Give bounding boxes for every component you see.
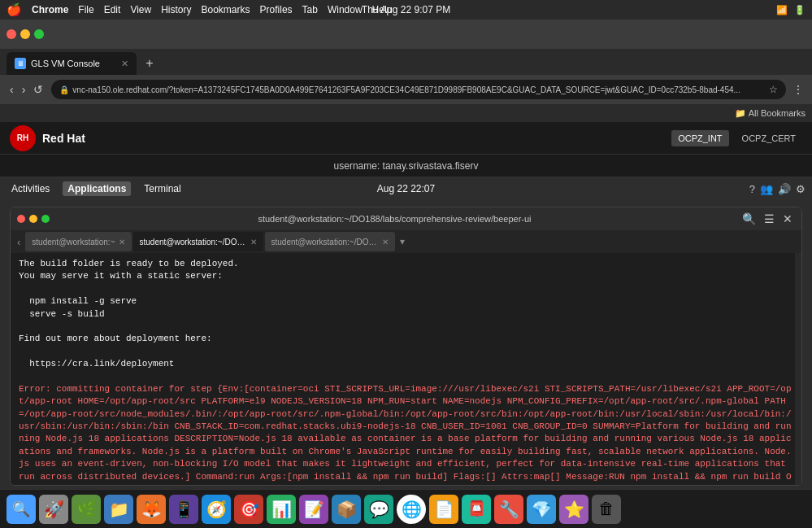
- tab-title-gls: GLS VM Console: [31, 59, 116, 68]
- gnome-settings-icon[interactable]: ⚙: [796, 183, 805, 195]
- terminal-more-tabs[interactable]: ▾: [397, 236, 408, 247]
- terminal-back-button[interactable]: ‹: [14, 236, 24, 248]
- tab-favicon-gls: 🖥: [15, 58, 26, 69]
- minimize-button[interactable]: [20, 29, 30, 39]
- gnome-bar-left: Activities Applications Terminal: [7, 181, 186, 196]
- macos-dock: 🔍 🚀 🌿 📁 🦊 📱 🧭 🎯 📊 📝 📦 💬 🌐 📄 📮 🔧 💎 ⭐ 🗑: [0, 489, 812, 528]
- terminal-scrollbar-track[interactable]: [795, 253, 801, 486]
- menu-tab[interactable]: Tab: [302, 4, 318, 15]
- terminal-maximize-button[interactable]: [41, 215, 50, 223]
- dock-app8[interactable]: 🎯: [234, 495, 263, 524]
- terminal-content[interactable]: The build folder is ready to be deployed…: [11, 253, 801, 486]
- forward-button[interactable]: ›: [19, 81, 29, 98]
- username-bar: username: tanay.srivastava.fiserv: [0, 155, 812, 177]
- close-button[interactable]: [7, 29, 16, 39]
- terminal-title-buttons: 🔍 ☰ ✕: [740, 212, 795, 225]
- maximize-button[interactable]: [34, 29, 44, 39]
- menu-window[interactable]: Window: [328, 4, 363, 15]
- terminal-tab-2-close[interactable]: ✕: [250, 238, 257, 247]
- dock-safari[interactable]: 🧭: [202, 495, 231, 524]
- dock-app17[interactable]: 💎: [527, 495, 556, 524]
- gnome-volume-icon[interactable]: 🔊: [778, 183, 791, 195]
- settings-icon[interactable]: ⋮: [791, 81, 805, 98]
- gnome-applications[interactable]: Applications: [63, 181, 131, 196]
- dock-chrome[interactable]: 🌐: [397, 495, 426, 524]
- terminal-new-tab-icon[interactable]: ✕: [780, 212, 795, 225]
- browser-tab-gls[interactable]: 🖥 GLS VM Console ✕: [7, 52, 137, 75]
- terminal-tab-3-label: student@workstation:~/DO188/labs...: [271, 238, 379, 247]
- gnome-shell: Activities Applications Terminal Aug 22 …: [0, 177, 812, 489]
- reload-button[interactable]: ↺: [30, 81, 46, 98]
- menu-view[interactable]: View: [130, 4, 151, 15]
- dock-app12[interactable]: 💬: [364, 495, 393, 524]
- all-bookmarks[interactable]: 📁 All Bookmarks: [735, 108, 805, 119]
- terminal-tab-1-label: student@workstation:~: [32, 238, 115, 247]
- terminal-search-icon[interactable]: 🔍: [740, 212, 758, 225]
- macos-menubar: 🍎 Chrome File Edit View History Bookmark…: [0, 0, 812, 20]
- browser-icons: ⋮: [791, 81, 805, 98]
- terminal-menu-icon[interactable]: ☰: [762, 212, 777, 225]
- menu-bookmarks[interactable]: Bookmarks: [202, 4, 250, 15]
- terminal-window: student@workstation:~/DO188/labs/compreh…: [10, 207, 802, 486]
- nav-ocpz-cert[interactable]: OCPZ_CERT: [736, 130, 802, 146]
- terminal-tab-1-close[interactable]: ✕: [119, 238, 125, 247]
- dock-finder[interactable]: 🔍: [7, 495, 36, 524]
- terminal-title: student@workstation:~/DO188/labs/compreh…: [54, 214, 735, 224]
- redhat-logo-icon: RH: [10, 125, 36, 151]
- terminal-tab-2[interactable]: student@workstation:~/DO188/labs... ✕: [133, 232, 263, 251]
- gnome-help-icon[interactable]: ?: [749, 183, 755, 195]
- terminal-controls: [17, 215, 50, 223]
- lock-icon: 🔒: [59, 85, 69, 94]
- menu-edit[interactable]: Edit: [104, 4, 121, 15]
- dock-app14[interactable]: 📄: [429, 495, 458, 524]
- gnome-clock: Aug 22 22:07: [377, 183, 435, 194]
- menu-chrome[interactable]: Chrome: [32, 4, 68, 15]
- gnome-bar-right: ? 👥 🔊 ⚙: [749, 183, 805, 195]
- menu-profiles[interactable]: Profiles: [260, 4, 293, 15]
- star-icon[interactable]: ☆: [769, 84, 778, 95]
- dock-trash[interactable]: 🗑: [592, 495, 621, 524]
- back-button[interactable]: ‹: [7, 81, 17, 98]
- tab-close-gls[interactable]: ✕: [121, 59, 128, 69]
- terminal-tab-1[interactable]: student@workstation:~ ✕: [25, 232, 131, 251]
- macos-status-icons: 📶 🔋: [776, 5, 805, 15]
- page-wrapper: 🍎 Chrome File Edit View History Bookmark…: [0, 0, 812, 528]
- dock-app10[interactable]: 📝: [299, 495, 328, 524]
- terminal-minimize-button[interactable]: [29, 215, 37, 223]
- address-bar[interactable]: 🔒 vnc-na150.ole.redhat.com/?token=A13732…: [51, 80, 786, 99]
- dock-launchpad[interactable]: 🚀: [39, 495, 68, 524]
- dock-app18[interactable]: ⭐: [559, 495, 588, 524]
- username-text: username: tanay.srivastava.fiserv: [334, 160, 479, 172]
- nav-ocpz-int[interactable]: OCPZ_INT: [671, 130, 728, 146]
- dock-app5[interactable]: 🦊: [137, 495, 166, 524]
- gnome-users-icon[interactable]: 👥: [760, 183, 773, 195]
- apple-menu[interactable]: 🍎: [7, 2, 22, 17]
- gnome-topbar: Activities Applications Terminal Aug 22 …: [0, 177, 812, 200]
- dock-app4[interactable]: 📁: [104, 495, 133, 524]
- dock-app15[interactable]: 📮: [462, 495, 491, 524]
- dock-app6[interactable]: 📱: [169, 495, 198, 524]
- terminal-tab-3[interactable]: student@workstation:~/DO188/labs... ✕: [265, 232, 395, 251]
- dock-app9[interactable]: 📊: [267, 495, 296, 524]
- macos-clock: Thu Aug 22 9:07 PM: [362, 4, 450, 15]
- terminal-tab-3-close[interactable]: ✕: [382, 238, 389, 247]
- redhat-logo-text: Red Hat: [42, 132, 85, 145]
- dock-app11[interactable]: 📦: [332, 495, 361, 524]
- rh-nav: OCPZ_INT OCPZ_CERT: [671, 130, 802, 146]
- terminal-tab-2-label: student@workstation:~/DO188/labs...: [140, 238, 247, 247]
- dock-app3[interactable]: 🌿: [72, 495, 101, 524]
- traffic-lights: [7, 29, 44, 39]
- gnome-activities[interactable]: Activities: [7, 181, 54, 196]
- gnome-terminal-menu[interactable]: Terminal: [139, 181, 185, 196]
- new-tab-button[interactable]: +: [138, 52, 161, 75]
- dock-app16[interactable]: 🔧: [494, 495, 523, 524]
- terminal-close-button[interactable]: [17, 215, 25, 223]
- browser-nav: ‹ › ↺: [7, 81, 46, 98]
- terminal-titlebar: student@workstation:~/DO188/labs/compreh…: [11, 207, 801, 230]
- macos-menubar-left: 🍎 Chrome File Edit View History Bookmark…: [7, 2, 392, 17]
- menu-history[interactable]: History: [161, 4, 191, 15]
- redhat-logo: RH Red Hat: [10, 125, 85, 151]
- wifi-icon: 📶: [776, 5, 788, 15]
- menu-file[interactable]: File: [78, 4, 93, 15]
- terminal-tabs: ‹ student@workstation:~ ✕ student@workst…: [11, 230, 801, 253]
